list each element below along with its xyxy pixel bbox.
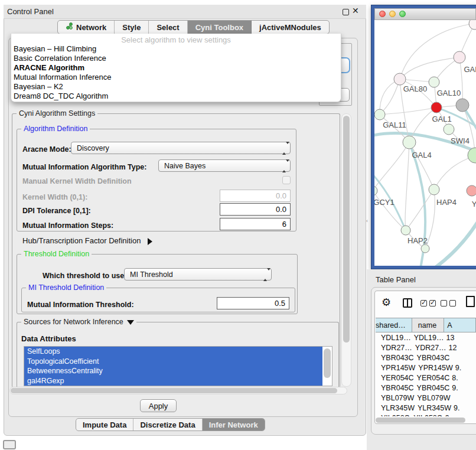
table-row[interactable]: YDL19…YDL19…13	[376, 332, 476, 343]
tab-jactivemnodules[interactable]: jActiveMNodules	[252, 21, 329, 34]
network-node-gal80[interactable]	[394, 73, 406, 85]
tab-network[interactable]: Network	[58, 21, 115, 34]
window-close-icon[interactable]	[379, 11, 386, 17]
algorithm-option-basic-correlation-inference[interactable]: Basic Correlation Inference	[11, 54, 341, 63]
table-row[interactable]: YDR27…YDR27…12	[376, 343, 476, 353]
table-cell: YBR045C	[414, 383, 450, 393]
table-row[interactable]: YBR045CYBR045C9.	[376, 383, 476, 393]
splitter-grip-icon[interactable]: ‹	[366, 218, 368, 224]
table-rows: YDL19…YDL19…13YDR27…YDR27…12YBR043CYBR04…	[376, 332, 476, 416]
table-row[interactable]: YBR043CYBR043C	[376, 353, 476, 363]
algorithm-option-bayesian-k2[interactable]: Bayesian – K2	[11, 82, 341, 92]
network-node[interactable]	[431, 102, 442, 113]
control-panel-titlebar	[4, 5, 366, 19]
close-icon[interactable]: ✕	[352, 6, 359, 15]
which-threshold-combobox[interactable]: MI Threshold	[124, 268, 272, 281]
column-header-name[interactable]: name	[412, 318, 444, 332]
tab-label: Style	[122, 23, 141, 32]
checked-pair-icon[interactable]	[420, 300, 436, 306]
network-node[interactable]	[469, 20, 476, 30]
mi-threshold-field[interactable]: 0.5	[217, 297, 289, 309]
network-canvas[interactable]: GAL7GAL80GAL10GAL1GAL11GAL4SWI4GCY1HAP4Y…	[374, 20, 476, 266]
table-cell	[449, 353, 476, 363]
split-columns-icon[interactable]	[403, 298, 412, 308]
minimized-panel-icon[interactable]	[3, 440, 16, 449]
attribute-item-selfloops[interactable]: SelfLoops	[24, 347, 322, 357]
settings-vscrollbar-thumb[interactable]	[343, 116, 350, 343]
table-panel-title: Table Panel	[376, 275, 416, 284]
network-node-gal7[interactable]	[454, 51, 465, 63]
unchecked-pair-icon[interactable]	[441, 300, 456, 306]
mi-algorithm-type-combobox[interactable]: Naive Bayes	[158, 159, 291, 172]
data-attributes-list[interactable]: SelfLoopsTopologicalCoefficientBetweenne…	[24, 346, 332, 386]
aracne-mode-combobox[interactable]: Discovery	[71, 142, 291, 154]
manual-kernel-width-label: Manual Kernel Width Definition	[22, 177, 132, 185]
table-hscrollbar-thumb[interactable]	[376, 418, 465, 423]
manual-kernel-width-checkbox[interactable]	[282, 176, 291, 184]
table-row[interactable]: YBL079WYBL079W	[376, 393, 476, 403]
gear-icon[interactable]: ⚙	[382, 296, 391, 309]
window-zoom-icon[interactable]	[399, 11, 406, 17]
kernel-width-value: 0.0	[276, 191, 286, 200]
tab-style[interactable]: Style	[115, 21, 149, 34]
network-node-hap4[interactable]	[429, 184, 439, 195]
screen: Control Panel ✕ NetworkStyleSelectCyni T…	[0, 0, 476, 450]
kernel-width-field[interactable]: 0.0	[220, 190, 291, 202]
apply-button[interactable]: Apply	[140, 399, 177, 412]
table-row[interactable]: YIL052CYIL052C9	[376, 413, 476, 416]
column-header-shared-[interactable]: shared…	[376, 318, 412, 332]
tab-select[interactable]: Select	[149, 21, 187, 34]
algorithm-option-aracne-algorithm[interactable]: ARACNE Algorithm	[11, 63, 341, 73]
node-label-hap2: HAP2	[407, 236, 428, 245]
float-panel-icon[interactable]	[343, 9, 349, 15]
network-node-hap2[interactable]	[401, 226, 410, 235]
tab-discretize-data[interactable]: Discretize Data	[133, 419, 202, 431]
mi-threshold-label: Mutual Information Threshold:	[27, 301, 134, 309]
column-header-a[interactable]: A	[444, 318, 476, 332]
network-node-gal1[interactable]	[444, 124, 454, 135]
mi-steps-field[interactable]: 6	[220, 218, 291, 230]
algorithm-option-dream8-dc-tdc-algorithm[interactable]: Dream8 DC_TDC Algorithm	[11, 92, 341, 101]
table-cell: 12	[446, 343, 476, 353]
attributes-list-scrollbar[interactable]	[324, 348, 331, 378]
network-node-gal10[interactable]	[429, 77, 439, 87]
table-row[interactable]: YLR345WYLR345W9.	[376, 403, 476, 413]
network-node[interactable]	[456, 99, 469, 112]
algorithm-option-mutual-information-inference[interactable]: Mutual Information Inference	[11, 73, 341, 82]
control-panel-tabs: NetworkStyleSelectCyni ToolboxjActiveMNo…	[57, 20, 330, 34]
table-cell: YDL19…	[411, 332, 444, 343]
hub-expander-label: Hub/Transcription Factor Definition	[22, 236, 141, 245]
tab-label: Network	[76, 23, 106, 32]
hub-expander[interactable]: Hub/Transcription Factor Definition	[22, 236, 152, 245]
document-icon[interactable]	[466, 296, 475, 307]
which-threshold-label: Which threshold to use:	[43, 272, 126, 280]
network-node-gal11[interactable]	[374, 109, 385, 120]
node-label-gal80: GAL80	[403, 84, 427, 93]
algorithm-option-bayesian-hill-climbing[interactable]: Bayesian – Hill Climbing	[11, 44, 341, 54]
window-minimize-icon[interactable]	[389, 11, 396, 17]
algorithm-dropdown-items: Bayesian – Hill ClimbingBasic Correlatio…	[11, 44, 341, 101]
attribute-item-gal4rgexp[interactable]: gal4RGexp	[24, 376, 322, 386]
network-node[interactable]	[421, 244, 429, 253]
mi-algorithm-type-value: Naive Bayes	[164, 162, 206, 170]
attribute-item-topologicalcoefficient[interactable]: TopologicalCoefficient	[24, 357, 322, 367]
apply-button-label: Apply	[149, 402, 168, 410]
network-node-gcy1[interactable]	[374, 186, 377, 195]
algorithm-dropdown-popup: Select algorithm to view settings Bayesi…	[11, 34, 341, 102]
table-cell: 9.	[451, 403, 476, 413]
tab-infer-network[interactable]: Infer Network	[203, 419, 265, 431]
network-icon	[66, 22, 73, 32]
table-cell: 9.	[453, 363, 476, 373]
dpi-tolerance-field[interactable]: 0.0	[220, 203, 291, 216]
tab-cyni-toolbox[interactable]: Cyni Toolbox	[188, 21, 252, 34]
settings-hscrollbar-thumb[interactable]	[11, 388, 337, 393]
node-label-gal11: GAL11	[383, 120, 406, 129]
attribute-item-betweennesscentrality[interactable]: BetweennessCentrality	[24, 366, 322, 376]
table-row[interactable]: YER054CYER054C8.	[376, 373, 476, 383]
table-row[interactable]: YPR145WYPR145W9.	[376, 363, 476, 373]
node-label-gal4: GAL4	[412, 151, 431, 159]
network-node-y[interactable]	[467, 185, 476, 196]
network-node-gal4[interactable]	[403, 136, 416, 149]
tab-impute-data[interactable]: Impute Data	[76, 419, 133, 431]
network-edge	[406, 190, 434, 230]
